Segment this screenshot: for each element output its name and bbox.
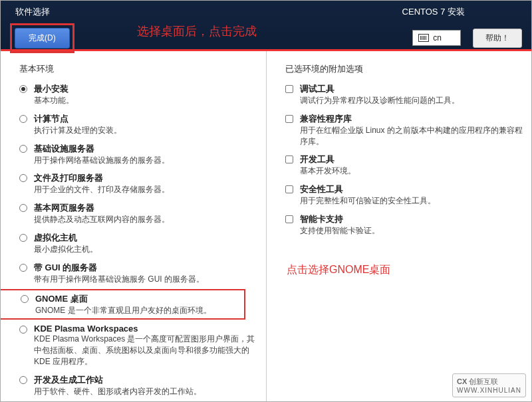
env-option-title: KDE Plasma Workspaces bbox=[34, 324, 259, 334]
radio-icon bbox=[19, 264, 27, 272]
env-option[interactable]: 最小安装基本功能。 bbox=[19, 83, 259, 106]
env-option[interactable]: KDE Plasma WorkspacesKDE Plasma Workspac… bbox=[19, 324, 259, 367]
radio-icon bbox=[19, 204, 27, 212]
env-option[interactable]: 带 GUI 的服务器带有用于操作网络基础设施服务 GUI 的服务器。 bbox=[19, 262, 259, 285]
env-option-desc: KDE Plasma Workspaces 是一个高度可配置图形用户界面，其中包… bbox=[34, 334, 259, 367]
checkbox-icon bbox=[285, 185, 293, 193]
env-option-desc: 用于企业的文件、打印及存储服务器。 bbox=[34, 184, 259, 195]
addon-option-title: 开发工具 bbox=[300, 153, 525, 165]
addons-column: 已选环境的附加选项 调试工具调试行为异常程序以及诊断性能问题的工具。兼容性程序库… bbox=[266, 51, 532, 401]
radio-icon bbox=[19, 326, 27, 334]
keyboard-label: cn bbox=[433, 33, 442, 43]
env-option-title: 带 GUI 的服务器 bbox=[34, 262, 259, 274]
addon-option-desc: 基本开发环境。 bbox=[300, 165, 525, 177]
topbar: 软件选择 CENTOS 7 安装 完成(D) 选择桌面后，点击完成 cn 帮助！ bbox=[1, 1, 531, 51]
addon-option-desc: 用于在红帽企业版 Linux 的之前版本中构建的应用程序的兼容程序库。 bbox=[300, 125, 525, 148]
install-title: CENTOS 7 安装 bbox=[402, 6, 465, 18]
addon-option-desc: 支持使用智能卡验证。 bbox=[300, 225, 525, 237]
env-option-desc: 最小虚拟化主机。 bbox=[34, 244, 259, 255]
env-option[interactable]: GNOME 桌面GNOME 是一个非常直观且用户友好的桌面环境。 bbox=[5, 293, 240, 316]
logo-brand: CX bbox=[457, 377, 467, 385]
env-option-title: GNOME 桌面 bbox=[35, 293, 240, 305]
done-highlight-box: 完成(D) bbox=[10, 23, 74, 53]
env-option-desc: 用于软件、硬件、图形或者内容开发的工作站。 bbox=[34, 386, 259, 397]
radio-icon bbox=[19, 234, 27, 242]
env-option[interactable]: 虚拟化主机最小虚拟化主机。 bbox=[19, 232, 259, 255]
env-option-desc: 执行计算及处理的安装。 bbox=[34, 125, 259, 136]
radio-icon bbox=[21, 295, 29, 303]
base-env-title: 基本环境 bbox=[19, 63, 259, 75]
watermark-logo: CX 创新互联 WWW.XINHULIAN bbox=[452, 373, 526, 397]
env-option-title: 基本网页服务器 bbox=[34, 202, 259, 214]
addon-option-title: 调试工具 bbox=[300, 83, 525, 95]
checkbox-icon bbox=[285, 85, 293, 93]
env-option-desc: GNOME 是一个非常直观且用户友好的桌面环境。 bbox=[35, 305, 240, 316]
addon-option[interactable]: 调试工具调试行为异常程序以及诊断性能问题的工具。 bbox=[285, 83, 525, 106]
gnome-highlight-box: GNOME 桌面GNOME 是一个非常直观且用户友好的桌面环境。 bbox=[1, 289, 245, 320]
logo-py: WWW.XINHULIAN bbox=[457, 387, 521, 394]
addon-option-desc: 调试行为异常程序以及诊断性能问题的工具。 bbox=[300, 95, 525, 106]
addon-option-title: 安全性工具 bbox=[300, 183, 525, 195]
installer-window: 软件选择 CENTOS 7 安装 完成(D) 选择桌面后，点击完成 cn 帮助！… bbox=[0, 0, 532, 402]
addon-option-desc: 用于完整性和可信验证的安全性工具。 bbox=[300, 195, 525, 207]
radio-icon bbox=[19, 115, 27, 123]
radio-icon bbox=[19, 174, 27, 182]
checkbox-icon bbox=[285, 155, 293, 163]
content-area: 基本环境 最小安装基本功能。计算节点执行计算及处理的安装。基础设施服务器用于操作… bbox=[1, 51, 531, 401]
env-option-desc: 提供静态及动态互联网内容的服务器。 bbox=[34, 214, 259, 225]
env-option[interactable]: 文件及打印服务器用于企业的文件、打印及存储服务器。 bbox=[19, 172, 259, 195]
help-button[interactable]: 帮助！ bbox=[473, 29, 522, 48]
addon-option[interactable]: 开发工具基本开发环境。 bbox=[285, 153, 525, 177]
addon-option-title: 智能卡支持 bbox=[300, 213, 525, 225]
radio-icon bbox=[19, 85, 27, 93]
env-option-title: 计算节点 bbox=[34, 113, 259, 125]
base-env-column: 基本环境 最小安装基本功能。计算节点执行计算及处理的安装。基础设施服务器用于操作… bbox=[1, 51, 266, 401]
radio-icon bbox=[19, 145, 27, 153]
env-option-title: 基础设施服务器 bbox=[34, 143, 259, 155]
env-option[interactable]: 基础设施服务器用于操作网络基础设施服务的服务器。 bbox=[19, 143, 259, 166]
addon-option[interactable]: 安全性工具用于完整性和可信验证的安全性工具。 bbox=[285, 183, 525, 207]
checkbox-icon bbox=[285, 215, 293, 223]
addon-option[interactable]: 兼容性程序库用于在红帽企业版 Linux 的之前版本中构建的应用程序的兼容程序库… bbox=[285, 113, 525, 148]
env-option-title: 最小安装 bbox=[34, 83, 259, 95]
env-option-title: 虚拟化主机 bbox=[34, 232, 259, 244]
env-option-title: 开发及生成工作站 bbox=[34, 374, 259, 386]
env-option-desc: 用于操作网络基础设施服务的服务器。 bbox=[34, 155, 259, 166]
env-option[interactable]: 基本网页服务器提供静态及动态互联网内容的服务器。 bbox=[19, 202, 259, 225]
annotation-gnome: 点击选择GNOME桌面 bbox=[287, 263, 390, 277]
env-option[interactable]: 计算节点执行计算及处理的安装。 bbox=[19, 113, 259, 136]
env-option[interactable]: 开发及生成工作站用于软件、硬件、图形或者内容开发的工作站。 bbox=[19, 374, 259, 397]
addon-option[interactable]: 智能卡支持支持使用智能卡验证。 bbox=[285, 213, 525, 237]
keyboard-indicator[interactable]: cn bbox=[412, 30, 461, 46]
env-option-desc: 带有用于操作网络基础设施服务 GUI 的服务器。 bbox=[34, 274, 259, 285]
keyboard-icon bbox=[418, 34, 429, 42]
annotation-top: 选择桌面后，点击完成 bbox=[137, 23, 257, 39]
logo-sub: 创新互联 bbox=[469, 377, 498, 385]
done-button[interactable]: 完成(D) bbox=[15, 28, 70, 49]
addons-title: 已选环境的附加选项 bbox=[285, 63, 525, 75]
addon-option-title: 兼容性程序库 bbox=[300, 113, 525, 125]
page-title: 软件选择 bbox=[15, 6, 50, 18]
radio-icon bbox=[19, 376, 27, 384]
env-option-title: 文件及打印服务器 bbox=[34, 172, 259, 184]
checkbox-icon bbox=[285, 115, 293, 123]
env-option-desc: 基本功能。 bbox=[34, 95, 259, 106]
